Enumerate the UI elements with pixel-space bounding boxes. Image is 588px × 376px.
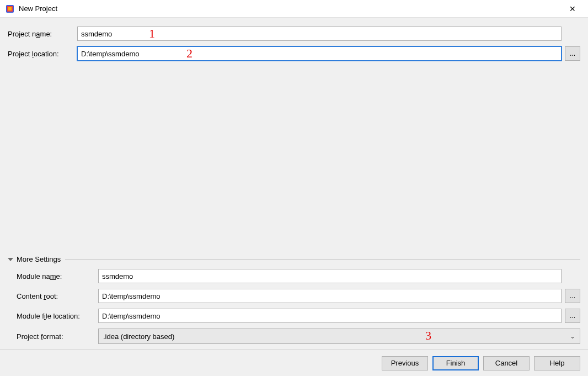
project-location-row: Project location: ... 2	[8, 46, 580, 61]
module-name-label: Module name:	[8, 272, 95, 280]
module-file-location-row: Module file location: ...	[8, 309, 580, 323]
content-root-browse-button[interactable]: ...	[565, 289, 580, 303]
cancel-button[interactable]: Cancel	[483, 356, 530, 370]
project-format-value: .idea (directory based)	[103, 332, 174, 341]
project-location-label: Project location:	[8, 50, 74, 58]
module-file-location-label: Module file location:	[8, 312, 95, 320]
previous-button[interactable]: Previous	[382, 356, 428, 370]
module-name-row: Module name:	[8, 269, 580, 283]
ellipsis-icon: ...	[570, 292, 575, 300]
module-name-input[interactable]	[98, 269, 562, 283]
more-settings-toggle[interactable]: More Settings	[8, 255, 580, 263]
help-button[interactable]: Help	[534, 356, 580, 370]
ellipsis-icon: ...	[570, 312, 575, 320]
more-settings-label: More Settings	[17, 255, 61, 263]
svg-rect-2	[8, 7, 12, 10]
project-name-input[interactable]	[77, 27, 562, 41]
close-icon: ✕	[569, 4, 576, 13]
content-root-row: Content root: ...	[8, 289, 580, 303]
project-location-input[interactable]	[77, 46, 562, 61]
content-root-input[interactable]	[98, 289, 562, 303]
window-title: New Project	[19, 4, 57, 13]
dialog-content: Project name: 1 Project location: ... 2 …	[0, 18, 588, 349]
content-root-label: Content root:	[8, 292, 95, 300]
project-format-select[interactable]: .idea (directory based) ⌄	[98, 329, 580, 344]
chevron-down-icon: ⌄	[570, 332, 575, 340]
project-name-row: Project name: 1	[8, 27, 580, 41]
dialog-footer: Previous Finish Cancel Help	[0, 349, 588, 376]
project-name-label: Project name:	[8, 30, 74, 38]
project-format-label: Project format:	[8, 332, 95, 341]
chevron-down-icon	[8, 258, 13, 261]
close-button[interactable]: ✕	[562, 1, 584, 17]
titlebar: New Project ✕	[0, 0, 588, 18]
project-location-browse-button[interactable]: ...	[565, 46, 580, 61]
ellipsis-icon: ...	[570, 50, 575, 57]
finish-button[interactable]: Finish	[432, 356, 479, 370]
app-icon	[6, 4, 14, 13]
module-file-location-input[interactable]	[98, 309, 562, 323]
module-file-location-browse-button[interactable]: ...	[565, 309, 580, 323]
more-settings-section: More Settings Module name: Content root:…	[8, 255, 580, 349]
project-format-row: Project format: .idea (directory based) …	[8, 329, 580, 344]
